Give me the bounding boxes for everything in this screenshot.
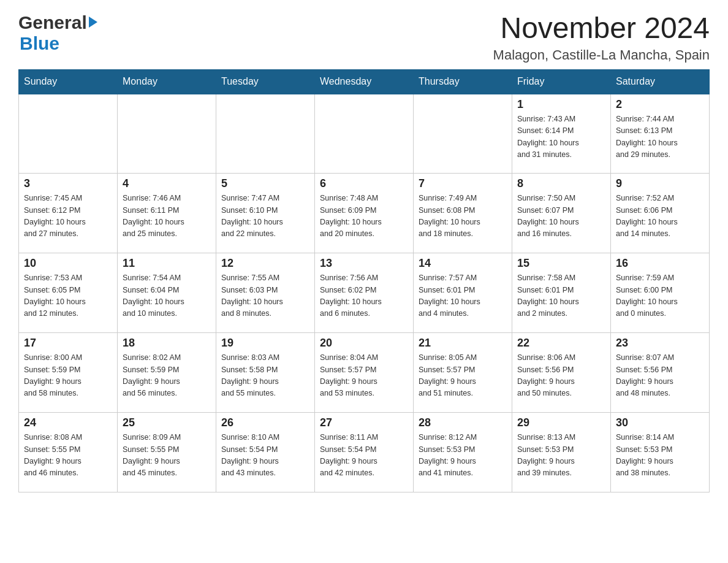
calendar-cell: 6Sunrise: 7:48 AM Sunset: 6:09 PM Daylig… [315, 174, 414, 253]
calendar-cell: 3Sunrise: 7:45 AM Sunset: 6:12 PM Daylig… [19, 174, 118, 253]
day-info: Sunrise: 7:56 AM Sunset: 6:02 PM Dayligh… [320, 272, 408, 320]
day-number: 19 [221, 337, 309, 350]
day-info: Sunrise: 7:43 AM Sunset: 6:14 PM Dayligh… [517, 113, 605, 161]
day-info: Sunrise: 7:48 AM Sunset: 6:09 PM Dayligh… [320, 193, 408, 240]
logo-general-text: General [18, 12, 87, 33]
day-number: 8 [517, 177, 605, 190]
day-number: 12 [221, 257, 309, 270]
calendar-cell: 4Sunrise: 7:46 AM Sunset: 6:11 PM Daylig… [118, 174, 216, 253]
day-info: Sunrise: 7:54 AM Sunset: 6:04 PM Dayligh… [123, 272, 211, 320]
day-info: Sunrise: 7:58 AM Sunset: 6:01 PM Dayligh… [517, 272, 605, 320]
calendar-cell: 13Sunrise: 7:56 AM Sunset: 6:02 PM Dayli… [315, 253, 414, 333]
day-number: 16 [616, 257, 704, 270]
logo-triangle-icon [89, 17, 97, 28]
day-info: Sunrise: 8:00 AM Sunset: 5:59 PM Dayligh… [24, 352, 112, 400]
day-info: Sunrise: 8:10 AM Sunset: 5:54 PM Dayligh… [221, 432, 309, 480]
calendar-week-row: 10Sunrise: 7:53 AM Sunset: 6:05 PM Dayli… [19, 253, 710, 333]
logo-blue-text: Blue [18, 33, 59, 54]
day-info: Sunrise: 7:53 AM Sunset: 6:05 PM Dayligh… [24, 272, 112, 320]
calendar-cell: 1Sunrise: 7:43 AM Sunset: 6:14 PM Daylig… [512, 94, 611, 174]
day-number: 4 [123, 177, 211, 190]
day-info: Sunrise: 8:14 AM Sunset: 5:53 PM Dayligh… [616, 432, 704, 480]
day-number: 10 [24, 257, 112, 270]
calendar-week-row: 24Sunrise: 8:08 AM Sunset: 5:55 PM Dayli… [19, 413, 710, 492]
day-number: 18 [123, 337, 211, 350]
day-number: 20 [320, 337, 408, 350]
day-info: Sunrise: 7:55 AM Sunset: 6:03 PM Dayligh… [221, 272, 309, 320]
weekday-header-row: SundayMondayTuesdayWednesdayThursdayFrid… [19, 69, 710, 94]
calendar-cell: 27Sunrise: 8:11 AM Sunset: 5:54 PM Dayli… [315, 413, 414, 492]
logo: General Blue [18, 12, 97, 54]
calendar-cell [118, 94, 216, 174]
calendar-cell: 10Sunrise: 7:53 AM Sunset: 6:05 PM Dayli… [19, 253, 118, 333]
weekday-header-wednesday: Wednesday [315, 69, 414, 94]
calendar-cell: 16Sunrise: 7:59 AM Sunset: 6:00 PM Dayli… [611, 253, 710, 333]
calendar-cell [414, 94, 512, 174]
day-number: 2 [616, 98, 704, 111]
day-number: 22 [517, 337, 605, 350]
day-info: Sunrise: 7:57 AM Sunset: 6:01 PM Dayligh… [419, 272, 507, 320]
day-info: Sunrise: 8:06 AM Sunset: 5:56 PM Dayligh… [517, 352, 605, 400]
calendar-week-row: 1Sunrise: 7:43 AM Sunset: 6:14 PM Daylig… [19, 94, 710, 174]
day-info: Sunrise: 7:52 AM Sunset: 6:06 PM Dayligh… [616, 193, 704, 240]
day-info: Sunrise: 8:02 AM Sunset: 5:59 PM Dayligh… [123, 352, 211, 400]
day-number: 27 [320, 416, 408, 429]
calendar-cell: 21Sunrise: 8:05 AM Sunset: 5:57 PM Dayli… [414, 333, 512, 413]
calendar-cell: 2Sunrise: 7:44 AM Sunset: 6:13 PM Daylig… [611, 94, 710, 174]
day-info: Sunrise: 7:46 AM Sunset: 6:11 PM Dayligh… [123, 193, 211, 240]
day-number: 21 [419, 337, 507, 350]
title-area: November 2024 Malagon, Castille-La Manch… [493, 12, 710, 63]
calendar-table: SundayMondayTuesdayWednesdayThursdayFrid… [18, 69, 710, 493]
day-number: 11 [123, 257, 211, 270]
day-info: Sunrise: 7:45 AM Sunset: 6:12 PM Dayligh… [24, 193, 112, 240]
day-info: Sunrise: 8:11 AM Sunset: 5:54 PM Dayligh… [320, 432, 408, 480]
calendar-cell [315, 94, 414, 174]
day-number: 3 [24, 177, 112, 190]
day-number: 7 [419, 177, 507, 190]
day-info: Sunrise: 8:07 AM Sunset: 5:56 PM Dayligh… [616, 352, 704, 400]
day-number: 23 [616, 337, 704, 350]
calendar-cell: 8Sunrise: 7:50 AM Sunset: 6:07 PM Daylig… [512, 174, 611, 253]
calendar-cell: 20Sunrise: 8:04 AM Sunset: 5:57 PM Dayli… [315, 333, 414, 413]
day-number: 24 [24, 416, 112, 429]
day-info: Sunrise: 7:59 AM Sunset: 6:00 PM Dayligh… [616, 272, 704, 320]
calendar-cell [19, 94, 118, 174]
calendar-cell: 7Sunrise: 7:49 AM Sunset: 6:08 PM Daylig… [414, 174, 512, 253]
calendar-cell: 15Sunrise: 7:58 AM Sunset: 6:01 PM Dayli… [512, 253, 611, 333]
day-number: 30 [616, 416, 704, 429]
day-info: Sunrise: 7:50 AM Sunset: 6:07 PM Dayligh… [517, 193, 605, 240]
weekday-header-thursday: Thursday [414, 69, 512, 94]
calendar-cell: 26Sunrise: 8:10 AM Sunset: 5:54 PM Dayli… [216, 413, 315, 492]
day-number: 14 [419, 257, 507, 270]
day-number: 13 [320, 257, 408, 270]
weekday-header-sunday: Sunday [19, 69, 118, 94]
calendar-cell: 11Sunrise: 7:54 AM Sunset: 6:04 PM Dayli… [118, 253, 216, 333]
day-number: 9 [616, 177, 704, 190]
calendar-cell: 12Sunrise: 7:55 AM Sunset: 6:03 PM Dayli… [216, 253, 315, 333]
day-info: Sunrise: 8:13 AM Sunset: 5:53 PM Dayligh… [517, 432, 605, 480]
day-number: 25 [123, 416, 211, 429]
day-info: Sunrise: 8:04 AM Sunset: 5:57 PM Dayligh… [320, 352, 408, 400]
day-number: 26 [221, 416, 309, 429]
calendar-cell: 29Sunrise: 8:13 AM Sunset: 5:53 PM Dayli… [512, 413, 611, 492]
day-info: Sunrise: 8:05 AM Sunset: 5:57 PM Dayligh… [419, 352, 507, 400]
month-title: November 2024 [493, 12, 710, 45]
location: Malagon, Castille-La Mancha, Spain [493, 47, 710, 63]
weekday-header-monday: Monday [118, 69, 216, 94]
weekday-header-saturday: Saturday [611, 69, 710, 94]
calendar-cell [216, 94, 315, 174]
calendar-week-row: 17Sunrise: 8:00 AM Sunset: 5:59 PM Dayli… [19, 333, 710, 413]
calendar-cell: 23Sunrise: 8:07 AM Sunset: 5:56 PM Dayli… [611, 333, 710, 413]
day-info: Sunrise: 8:09 AM Sunset: 5:55 PM Dayligh… [123, 432, 211, 480]
day-number: 6 [320, 177, 408, 190]
day-number: 28 [419, 416, 507, 429]
calendar-cell: 28Sunrise: 8:12 AM Sunset: 5:53 PM Dayli… [414, 413, 512, 492]
day-info: Sunrise: 7:47 AM Sunset: 6:10 PM Dayligh… [221, 193, 309, 240]
calendar-cell: 9Sunrise: 7:52 AM Sunset: 6:06 PM Daylig… [611, 174, 710, 253]
day-number: 17 [24, 337, 112, 350]
calendar-cell: 17Sunrise: 8:00 AM Sunset: 5:59 PM Dayli… [19, 333, 118, 413]
day-number: 5 [221, 177, 309, 190]
calendar-cell: 18Sunrise: 8:02 AM Sunset: 5:59 PM Dayli… [118, 333, 216, 413]
day-number: 29 [517, 416, 605, 429]
calendar-cell: 22Sunrise: 8:06 AM Sunset: 5:56 PM Dayli… [512, 333, 611, 413]
